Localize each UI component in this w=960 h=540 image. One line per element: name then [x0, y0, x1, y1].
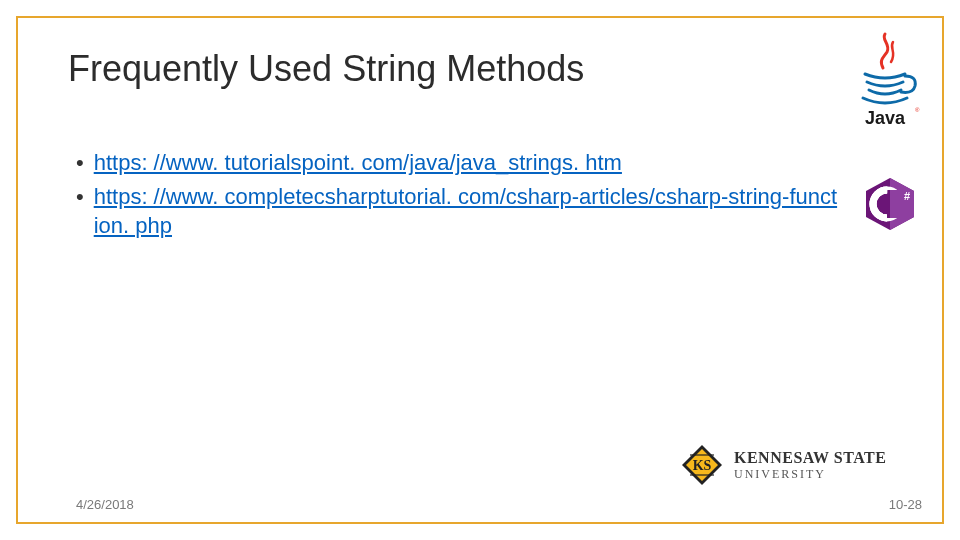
java-logo-icon: Java ® [845, 30, 925, 130]
link-java-strings[interactable]: https: //www. tutorialspoint. com/java/j… [94, 148, 622, 178]
ksu-subname: UNIVERSITY [734, 467, 886, 482]
ksu-mark-icon: KS [680, 443, 724, 487]
ksu-name: KENNESAW STATE [734, 449, 886, 467]
bullet-list: • https: //www. tutorialspoint. com/java… [76, 148, 840, 245]
bullet-dot-icon: • [76, 182, 84, 241]
svg-rect-5 [887, 190, 890, 218]
bullet-item: • https: //www. tutorialspoint. com/java… [76, 148, 840, 178]
slide-title: Frequently Used String Methods [68, 48, 584, 90]
bullet-dot-icon: • [76, 148, 84, 178]
footer-date: 4/26/2018 [76, 497, 134, 512]
footer-slide-number: 10-28 [889, 497, 922, 512]
ksu-logo: KS KENNESAW STATE UNIVERSITY [680, 440, 920, 490]
svg-text:#: # [904, 190, 910, 202]
ksu-text: KENNESAW STATE UNIVERSITY [734, 449, 886, 482]
java-logo-text: Java [865, 108, 906, 128]
bullet-item: • https: //www. completecsharptutorial. … [76, 182, 840, 241]
svg-text:KS: KS [693, 458, 712, 473]
svg-text:®: ® [915, 107, 920, 113]
slide: Frequently Used String Methods Java ® # [0, 0, 960, 540]
csharp-logo-icon: # [862, 176, 918, 232]
link-csharp-string-function[interactable]: https: //www. completecsharptutorial. co… [94, 182, 840, 241]
